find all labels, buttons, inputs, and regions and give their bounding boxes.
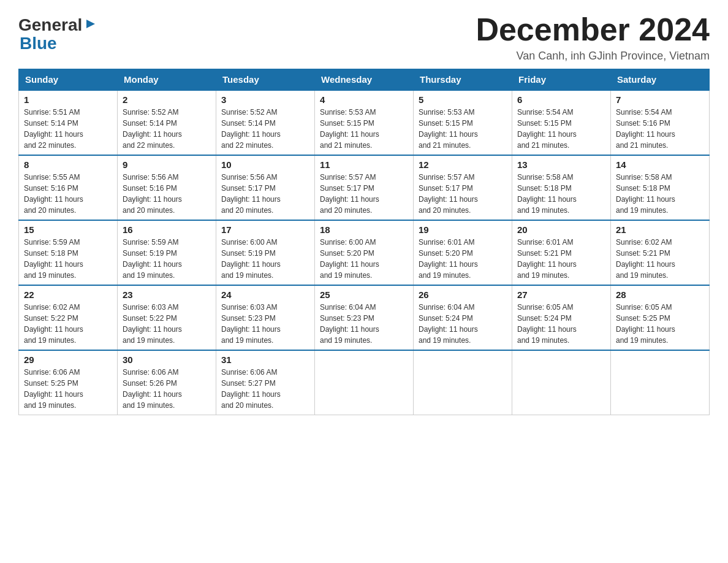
calendar-cell: 7Sunrise: 5:54 AMSunset: 5:16 PMDaylight… bbox=[611, 90, 710, 155]
day-info: Sunrise: 5:52 AMSunset: 5:14 PMDaylight:… bbox=[123, 107, 211, 151]
day-info: Sunrise: 5:58 AMSunset: 5:18 PMDaylight:… bbox=[616, 172, 704, 216]
day-info: Sunrise: 5:52 AMSunset: 5:14 PMDaylight:… bbox=[221, 107, 309, 151]
calendar-cell: 29Sunrise: 6:06 AMSunset: 5:25 PMDayligh… bbox=[19, 350, 118, 415]
day-info: Sunrise: 5:57 AMSunset: 5:17 PMDaylight:… bbox=[320, 172, 408, 216]
day-info: Sunrise: 6:04 AMSunset: 5:23 PMDaylight:… bbox=[320, 302, 408, 346]
day-info: Sunrise: 5:56 AMSunset: 5:17 PMDaylight:… bbox=[221, 172, 309, 216]
day-info: Sunrise: 6:01 AMSunset: 5:21 PMDaylight:… bbox=[517, 237, 605, 281]
day-number: 28 bbox=[616, 289, 704, 300]
day-number: 11 bbox=[320, 159, 408, 170]
day-number: 1 bbox=[24, 94, 112, 105]
day-number: 13 bbox=[517, 159, 605, 170]
calendar-cell: 18Sunrise: 6:00 AMSunset: 5:20 PMDayligh… bbox=[315, 220, 414, 285]
day-number: 9 bbox=[123, 159, 211, 170]
day-info: Sunrise: 5:54 AMSunset: 5:15 PMDaylight:… bbox=[517, 107, 605, 151]
week-row-5: 29Sunrise: 6:06 AMSunset: 5:25 PMDayligh… bbox=[19, 350, 710, 415]
day-number: 22 bbox=[24, 289, 112, 300]
week-row-3: 15Sunrise: 5:59 AMSunset: 5:18 PMDayligh… bbox=[19, 220, 710, 285]
calendar-cell: 15Sunrise: 5:59 AMSunset: 5:18 PMDayligh… bbox=[19, 220, 118, 285]
calendar-cell: 2Sunrise: 5:52 AMSunset: 5:14 PMDaylight… bbox=[118, 90, 216, 155]
day-info: Sunrise: 6:00 AMSunset: 5:20 PMDaylight:… bbox=[320, 237, 408, 281]
day-info: Sunrise: 5:57 AMSunset: 5:17 PMDaylight:… bbox=[419, 172, 507, 216]
day-info: Sunrise: 5:54 AMSunset: 5:16 PMDaylight:… bbox=[616, 107, 704, 151]
day-info: Sunrise: 6:06 AMSunset: 5:25 PMDaylight:… bbox=[24, 367, 112, 411]
day-info: Sunrise: 6:03 AMSunset: 5:22 PMDaylight:… bbox=[123, 302, 211, 346]
calendar-cell: 11Sunrise: 5:57 AMSunset: 5:17 PMDayligh… bbox=[315, 155, 414, 220]
logo-icon bbox=[84, 16, 97, 35]
logo-general-text: General bbox=[18, 15, 82, 35]
calendar-cell: 22Sunrise: 6:02 AMSunset: 5:22 PMDayligh… bbox=[19, 285, 118, 350]
week-row-4: 22Sunrise: 6:02 AMSunset: 5:22 PMDayligh… bbox=[19, 285, 710, 350]
calendar-cell bbox=[512, 350, 611, 415]
calendar-cell: 17Sunrise: 6:00 AMSunset: 5:19 PMDayligh… bbox=[216, 220, 315, 285]
day-info: Sunrise: 5:51 AMSunset: 5:14 PMDaylight:… bbox=[24, 107, 112, 151]
day-info: Sunrise: 6:01 AMSunset: 5:20 PMDaylight:… bbox=[419, 237, 507, 281]
header-tuesday: Tuesday bbox=[216, 69, 315, 91]
day-number: 4 bbox=[320, 94, 408, 105]
calendar-cell: 4Sunrise: 5:53 AMSunset: 5:15 PMDaylight… bbox=[315, 90, 414, 155]
calendar-cell: 25Sunrise: 6:04 AMSunset: 5:23 PMDayligh… bbox=[315, 285, 414, 350]
day-number: 6 bbox=[517, 94, 605, 105]
day-info: Sunrise: 6:02 AMSunset: 5:21 PMDaylight:… bbox=[616, 237, 704, 281]
day-number: 24 bbox=[221, 289, 309, 300]
calendar-cell: 30Sunrise: 6:06 AMSunset: 5:26 PMDayligh… bbox=[118, 350, 216, 415]
day-number: 5 bbox=[419, 94, 507, 105]
calendar-cell: 1Sunrise: 5:51 AMSunset: 5:14 PMDaylight… bbox=[19, 90, 118, 155]
header-saturday: Saturday bbox=[611, 69, 710, 91]
calendar-cell: 31Sunrise: 6:06 AMSunset: 5:27 PMDayligh… bbox=[216, 350, 315, 415]
day-number: 7 bbox=[616, 94, 704, 105]
day-number: 12 bbox=[419, 159, 507, 170]
month-title: December 2024 bbox=[476, 12, 710, 47]
calendar-cell: 13Sunrise: 5:58 AMSunset: 5:18 PMDayligh… bbox=[512, 155, 611, 220]
day-number: 17 bbox=[221, 224, 309, 235]
calendar-cell: 19Sunrise: 6:01 AMSunset: 5:20 PMDayligh… bbox=[414, 220, 512, 285]
header-friday: Friday bbox=[512, 69, 611, 91]
calendar-cell: 12Sunrise: 5:57 AMSunset: 5:17 PMDayligh… bbox=[414, 155, 512, 220]
logo-general: General bbox=[18, 15, 97, 35]
day-number: 16 bbox=[123, 224, 211, 235]
day-number: 8 bbox=[24, 159, 112, 170]
day-number: 14 bbox=[616, 159, 704, 170]
day-info: Sunrise: 6:04 AMSunset: 5:24 PMDaylight:… bbox=[419, 302, 507, 346]
day-number: 18 bbox=[320, 224, 408, 235]
day-info: Sunrise: 5:53 AMSunset: 5:15 PMDaylight:… bbox=[419, 107, 507, 151]
day-number: 3 bbox=[221, 94, 309, 105]
day-number: 29 bbox=[24, 354, 112, 365]
day-info: Sunrise: 6:02 AMSunset: 5:22 PMDaylight:… bbox=[24, 302, 112, 346]
calendar-cell: 9Sunrise: 5:56 AMSunset: 5:16 PMDaylight… bbox=[118, 155, 216, 220]
header-thursday: Thursday bbox=[414, 69, 512, 91]
calendar-cell: 3Sunrise: 5:52 AMSunset: 5:14 PMDaylight… bbox=[216, 90, 315, 155]
header-wednesday: Wednesday bbox=[315, 69, 414, 91]
calendar-cell: 6Sunrise: 5:54 AMSunset: 5:15 PMDaylight… bbox=[512, 90, 611, 155]
calendar-cell: 20Sunrise: 6:01 AMSunset: 5:21 PMDayligh… bbox=[512, 220, 611, 285]
calendar-cell: 26Sunrise: 6:04 AMSunset: 5:24 PMDayligh… bbox=[414, 285, 512, 350]
week-row-1: 1Sunrise: 5:51 AMSunset: 5:14 PMDaylight… bbox=[19, 90, 710, 155]
calendar-cell: 10Sunrise: 5:56 AMSunset: 5:17 PMDayligh… bbox=[216, 155, 315, 220]
day-number: 27 bbox=[517, 289, 605, 300]
day-number: 30 bbox=[123, 354, 211, 365]
day-number: 21 bbox=[616, 224, 704, 235]
day-info: Sunrise: 5:53 AMSunset: 5:15 PMDaylight:… bbox=[320, 107, 408, 151]
calendar-table: SundayMondayTuesdayWednesdayThursdayFrid… bbox=[18, 69, 710, 415]
day-info: Sunrise: 5:59 AMSunset: 5:19 PMDaylight:… bbox=[123, 237, 211, 281]
svg-marker-0 bbox=[86, 20, 95, 28]
day-info: Sunrise: 6:06 AMSunset: 5:26 PMDaylight:… bbox=[123, 367, 211, 411]
calendar-cell: 24Sunrise: 6:03 AMSunset: 5:23 PMDayligh… bbox=[216, 285, 315, 350]
calendar-cell bbox=[315, 350, 414, 415]
day-number: 31 bbox=[221, 354, 309, 365]
calendar-cell: 8Sunrise: 5:55 AMSunset: 5:16 PMDaylight… bbox=[19, 155, 118, 220]
logo: General Blue bbox=[18, 12, 97, 53]
day-number: 19 bbox=[419, 224, 507, 235]
calendar-cell: 14Sunrise: 5:58 AMSunset: 5:18 PMDayligh… bbox=[611, 155, 710, 220]
day-info: Sunrise: 5:58 AMSunset: 5:18 PMDaylight:… bbox=[517, 172, 605, 216]
day-number: 20 bbox=[517, 224, 605, 235]
day-info: Sunrise: 5:59 AMSunset: 5:18 PMDaylight:… bbox=[24, 237, 112, 281]
calendar-cell: 21Sunrise: 6:02 AMSunset: 5:21 PMDayligh… bbox=[611, 220, 710, 285]
header-sunday: Sunday bbox=[19, 69, 118, 91]
day-info: Sunrise: 5:55 AMSunset: 5:16 PMDaylight:… bbox=[24, 172, 112, 216]
header-monday: Monday bbox=[118, 69, 216, 91]
calendar-cell bbox=[611, 350, 710, 415]
calendar-cell: 27Sunrise: 6:05 AMSunset: 5:24 PMDayligh… bbox=[512, 285, 611, 350]
title-block: December 2024 Van Canh, inh GJinh Provin… bbox=[476, 12, 710, 63]
calendar-cell: 23Sunrise: 6:03 AMSunset: 5:22 PMDayligh… bbox=[118, 285, 216, 350]
